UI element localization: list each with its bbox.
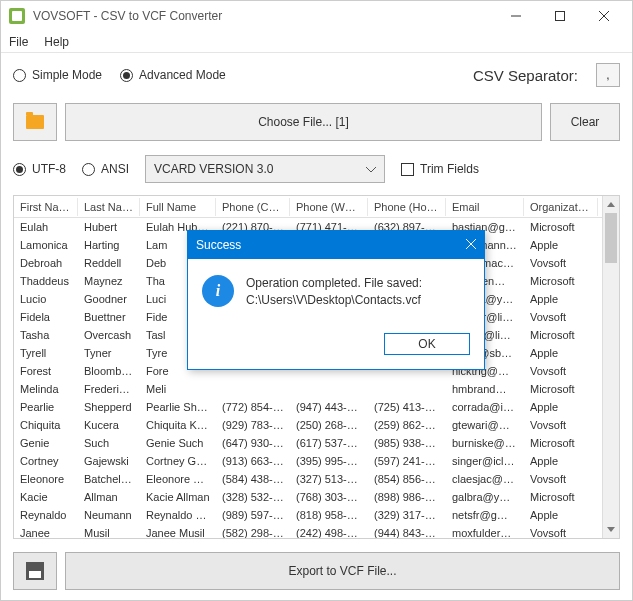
table-row[interactable]: PearlieShepperdPearlie Sh…(772) 854-…(94… bbox=[14, 398, 619, 416]
table-cell: Cortney bbox=[14, 454, 78, 468]
radio-utf8[interactable]: UTF-8 bbox=[13, 162, 66, 176]
column-header[interactable]: Last Name bbox=[78, 198, 140, 216]
open-file-icon-button[interactable] bbox=[13, 103, 57, 141]
table-cell: Maynez bbox=[78, 274, 140, 288]
table-cell: Buettner bbox=[78, 310, 140, 324]
table-cell: Fidela bbox=[14, 310, 78, 324]
table-cell: Vovsoft bbox=[524, 418, 598, 432]
radio-simple-mode[interactable]: Simple Mode bbox=[13, 68, 102, 82]
dialog-message: Operation completed. File saved: C:\User… bbox=[246, 275, 422, 309]
table-row[interactable]: JaneeMusilJanee Musil(582) 298-…(242) 49… bbox=[14, 524, 619, 539]
table-cell: Pearlie bbox=[14, 400, 78, 414]
table-cell: Forest bbox=[14, 364, 78, 378]
column-header[interactable]: Organization bbox=[524, 198, 598, 216]
table-row[interactable]: KacieAllmanKacie Allman(328) 532-…(768) … bbox=[14, 488, 619, 506]
success-dialog: Success i Operation completed. File save… bbox=[187, 230, 485, 370]
menu-file[interactable]: File bbox=[9, 35, 28, 49]
clear-button[interactable]: Clear bbox=[550, 103, 620, 141]
table-row[interactable]: ReynaldoNeumannReynaldo …(989) 597-…(818… bbox=[14, 506, 619, 524]
table-cell: (947) 443-… bbox=[290, 400, 368, 414]
table-cell: Kucera bbox=[78, 418, 140, 432]
table-cell: hmbrand… bbox=[446, 382, 524, 396]
table-cell: Lamonica bbox=[14, 238, 78, 252]
table-cell: (242) 498-… bbox=[290, 526, 368, 539]
table-cell bbox=[216, 370, 290, 372]
table-cell: (327) 513-… bbox=[290, 472, 368, 486]
table-cell: Tasha bbox=[14, 328, 78, 342]
vertical-scrollbar[interactable] bbox=[602, 196, 619, 538]
ok-button[interactable]: OK bbox=[384, 333, 470, 355]
dialog-close-button[interactable] bbox=[466, 238, 476, 252]
table-cell: (913) 663-… bbox=[216, 454, 290, 468]
table-row[interactable]: ChiquitaKuceraChiquita K…(929) 783-…(250… bbox=[14, 416, 619, 434]
menubar: File Help bbox=[1, 31, 632, 53]
file-bar: Choose File... [1] Clear bbox=[1, 97, 632, 147]
column-header[interactable]: First Name bbox=[14, 198, 78, 216]
table-cell bbox=[368, 388, 446, 390]
vcard-version-select[interactable]: VCARD VERSION 3.0 bbox=[145, 155, 385, 183]
table-cell: (259) 862-… bbox=[368, 418, 446, 432]
table-cell: Microsoft bbox=[524, 274, 598, 288]
table-cell: Neumann bbox=[78, 508, 140, 522]
table-cell: burniske@… bbox=[446, 436, 524, 450]
table-cell: Janee Musil bbox=[140, 526, 216, 539]
table-cell: Eleonore B… bbox=[140, 472, 216, 486]
table-cell: gtewari@… bbox=[446, 418, 524, 432]
table-cell: Reddell bbox=[78, 256, 140, 270]
close-button[interactable] bbox=[584, 4, 624, 28]
table-cell: Vovsoft bbox=[524, 526, 598, 539]
table-cell: Harting bbox=[78, 238, 140, 252]
table-cell: Reynaldo bbox=[14, 508, 78, 522]
table-row[interactable]: EleonoreBatchelderEleonore B…(584) 438-…… bbox=[14, 470, 619, 488]
table-header: First NameLast NameFull NamePhone (Cell)… bbox=[14, 196, 619, 218]
scroll-up-icon[interactable] bbox=[603, 196, 619, 213]
column-header[interactable]: Phone (Ho… bbox=[368, 198, 446, 216]
table-cell: (647) 930-… bbox=[216, 436, 290, 450]
table-cell: Kacie Allman bbox=[140, 490, 216, 504]
choose-file-button[interactable]: Choose File... [1] bbox=[65, 103, 542, 141]
radio-ansi[interactable]: ANSI bbox=[82, 162, 129, 176]
table-row[interactable]: CortneyGajewskiCortney G…(913) 663-…(395… bbox=[14, 452, 619, 470]
table-cell: (768) 303-… bbox=[290, 490, 368, 504]
csv-separator-input[interactable]: , bbox=[596, 63, 620, 87]
table-cell: (395) 995-… bbox=[290, 454, 368, 468]
table-cell: Microsoft bbox=[524, 490, 598, 504]
table-row[interactable]: MelindaFredericksMelihmbrand…Microsoft bbox=[14, 380, 619, 398]
table-cell: Reynaldo … bbox=[140, 508, 216, 522]
app-icon bbox=[9, 8, 25, 24]
table-cell bbox=[216, 388, 290, 390]
table-cell: (989) 597-… bbox=[216, 508, 290, 522]
column-header[interactable]: Phone (Cell) bbox=[216, 198, 290, 216]
table-cell bbox=[368, 370, 446, 372]
table-cell: Goodner bbox=[78, 292, 140, 306]
table-cell: corrada@i… bbox=[446, 400, 524, 414]
table-cell: Apple bbox=[524, 508, 598, 522]
column-header[interactable]: Email bbox=[446, 198, 524, 216]
table-cell: Gajewski bbox=[78, 454, 140, 468]
table-row[interactable]: GenieSuchGenie Such(647) 930-…(617) 537-… bbox=[14, 434, 619, 452]
table-cell: (597) 241-… bbox=[368, 454, 446, 468]
export-button[interactable]: Export to VCF File... bbox=[65, 552, 620, 590]
table-cell: Apple bbox=[524, 238, 598, 252]
table-cell: Melinda bbox=[14, 382, 78, 396]
table-cell: Allman bbox=[78, 490, 140, 504]
table-cell: Chiquita K… bbox=[140, 418, 216, 432]
table-cell: Vovsoft bbox=[524, 256, 598, 270]
menu-help[interactable]: Help bbox=[44, 35, 69, 49]
table-cell: Thaddeus bbox=[14, 274, 78, 288]
minimize-button[interactable] bbox=[496, 4, 536, 28]
scroll-thumb[interactable] bbox=[605, 213, 617, 263]
column-header[interactable]: Full Name bbox=[140, 198, 216, 216]
table-cell: Tyrell bbox=[14, 346, 78, 360]
column-header[interactable]: Phone (Wo… bbox=[290, 198, 368, 216]
encoding-bar: UTF-8 ANSI VCARD VERSION 3.0 Trim Fields bbox=[1, 147, 632, 191]
table-cell: Apple bbox=[524, 292, 598, 306]
maximize-button[interactable] bbox=[540, 4, 580, 28]
checkbox-trim-fields[interactable]: Trim Fields bbox=[401, 162, 479, 176]
radio-advanced-mode[interactable]: Advanced Mode bbox=[120, 68, 226, 82]
scroll-down-icon[interactable] bbox=[603, 521, 619, 538]
table-cell: Meli bbox=[140, 382, 216, 396]
save-icon-button[interactable] bbox=[13, 552, 57, 590]
table-cell: (617) 537-… bbox=[290, 436, 368, 450]
table-cell: (772) 854-… bbox=[216, 400, 290, 414]
